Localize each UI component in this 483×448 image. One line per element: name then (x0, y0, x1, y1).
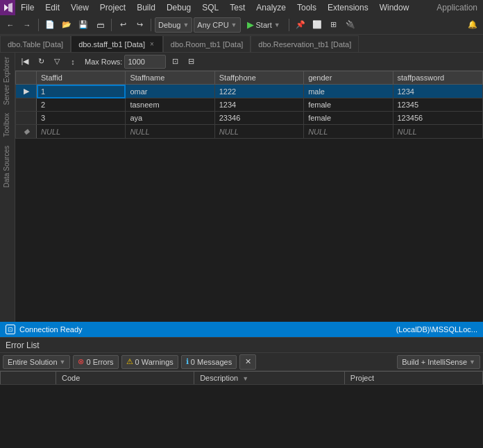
col-project[interactable]: Project (344, 372, 482, 385)
menu-file[interactable]: File (15, 0, 40, 15)
cell-gender-2[interactable]: female (304, 98, 393, 112)
tab-reservation-label: dbo.Reservation_tb1 [Data] (258, 40, 351, 49)
cell-staffid-null[interactable]: NULL (37, 125, 126, 139)
menu-analyze[interactable]: Analyze (251, 0, 291, 15)
errors-count: 0 Errors (86, 358, 113, 366)
start-button[interactable]: ▶ Start ▼ (242, 17, 285, 33)
menu-debug[interactable]: Debug (161, 0, 196, 15)
max-rows-input[interactable] (124, 55, 166, 69)
error-table-wrapper: Code Description ▼ Project (0, 371, 483, 448)
grid-pane-toggle[interactable]: ⊡ (168, 55, 182, 69)
col-staffpassword: staffpassword (393, 71, 483, 85)
build-dropdown[interactable]: Build + IntelliSense ▼ (397, 355, 480, 369)
grid-sort[interactable]: ↕ (66, 55, 80, 69)
redo-btn[interactable]: ↪ (132, 17, 147, 33)
side-server-explorer[interactable]: Server Explorer (0, 53, 15, 109)
play-icon: ▶ (247, 19, 254, 30)
main-area: Server Explorer Toolbox Data Sources |◀ … (0, 53, 483, 322)
notification-btn[interactable]: 🔔 (465, 17, 480, 33)
tab-staff-tb1[interactable]: dbo.staff_tb1 [Data] × (71, 35, 163, 52)
data-table: Staffid Staffname Staffphone gender staf… (15, 71, 483, 139)
table-row[interactable]: ▶ 1 omar 1222 male 1234 (16, 85, 483, 98)
cell-staffphone-2[interactable]: 1234 (214, 98, 303, 112)
menu-bar: File Edit View Project Build Debug SQL T… (0, 0, 483, 15)
cell-staffid-2[interactable]: 2 (37, 98, 126, 112)
cell-staffpassword-3[interactable]: 123456 (393, 112, 483, 125)
cell-gender-null[interactable]: NULL (304, 125, 393, 139)
forward-btn[interactable]: → (19, 17, 35, 33)
side-data-sources[interactable]: Data Sources (0, 141, 15, 192)
menu-project[interactable]: Project (94, 0, 131, 15)
new-file-btn[interactable]: 📄 (42, 17, 58, 33)
errors-badge[interactable]: ⊗ 0 Errors (73, 355, 118, 369)
menu-edit[interactable]: Edit (40, 0, 65, 15)
grid-nav-first[interactable]: |◀ (18, 55, 32, 69)
undo-btn[interactable]: ↩ (115, 17, 130, 33)
cell-staffpassword-1[interactable]: 1234 (393, 85, 483, 98)
grid-filter[interactable]: ▽ (50, 55, 64, 69)
row-indicator-2 (16, 98, 37, 112)
col-sort-indicator (1, 372, 56, 385)
side-panel: Server Explorer Toolbox Data Sources (0, 53, 15, 322)
table-row[interactable]: 2 tasneem 1234 female 12345 (16, 98, 483, 112)
menu-extensions[interactable]: Extensions (322, 0, 374, 15)
cell-staffphone-null[interactable]: NULL (214, 125, 303, 139)
data-table-wrapper: Staffid Staffname Staffphone gender staf… (15, 71, 483, 322)
cell-staffpassword-null[interactable]: NULL (393, 125, 483, 139)
menu-build[interactable]: Build (131, 0, 161, 15)
app-logo (0, 0, 15, 15)
cell-staffname-3[interactable]: aya (126, 112, 214, 125)
cell-gender-1[interactable]: male (304, 85, 393, 98)
menu-app-title: Application (431, 0, 483, 15)
tab-dbo-table[interactable]: dbo.Table [Data] (0, 35, 71, 52)
tab-staff-label: dbo.staff_tb1 [Data] (78, 40, 145, 49)
build-chevron: ▼ (469, 359, 475, 365)
col-staffid: Staffid (37, 71, 126, 85)
cell-staffid-1[interactable]: 1 (37, 85, 126, 98)
cell-staffname-2[interactable]: tasneem (126, 98, 214, 112)
open-btn[interactable]: 📂 (59, 17, 74, 33)
extension-btn[interactable]: 🔌 (343, 17, 358, 33)
error-icon: ⊗ (78, 357, 84, 366)
build-label: Build + IntelliSense (402, 358, 467, 366)
tab-room-tb1[interactable]: dbo.Room_tb1 [Data] (163, 35, 251, 52)
table-row-null[interactable]: ◆ NULL NULL NULL NULL NULL (16, 125, 483, 139)
table-row[interactable]: 3 aya 23346 female 123456 (16, 112, 483, 125)
save-btn[interactable]: 💾 (76, 17, 91, 33)
toolbar-sep-1 (38, 19, 39, 31)
grid-refresh[interactable]: ↻ (34, 55, 48, 69)
menu-sql[interactable]: SQL (196, 0, 224, 15)
warnings-badge[interactable]: ⚠ 0 Warnings (121, 355, 178, 369)
tab-reservation-tb1[interactable]: dbo.Reservation_tb1 [Data] (251, 35, 359, 52)
messages-badge[interactable]: ℹ 0 Messages (181, 355, 237, 369)
back-btn[interactable]: ← (3, 17, 18, 33)
cell-staffname-null[interactable]: NULL (126, 125, 214, 139)
scope-dropdown[interactable]: Entire Solution ▼ (3, 355, 70, 369)
col-staffname: Staffname (126, 71, 214, 85)
menu-window[interactable]: Window (374, 0, 415, 15)
cpu-dropdown[interactable]: Any CPU ▼ (194, 17, 240, 33)
menu-view[interactable]: View (65, 0, 94, 15)
cell-staffphone-1[interactable]: 1222 (214, 85, 303, 98)
cell-staffphone-3[interactable]: 23346 (214, 112, 303, 125)
info-icon: ℹ (186, 357, 189, 366)
screenshot-btn[interactable]: ⬜ (310, 17, 325, 33)
col-description[interactable]: Description ▼ (194, 372, 345, 385)
cell-staffpassword-2[interactable]: 12345 (393, 98, 483, 112)
grid-pane-split[interactable]: ⊟ (184, 55, 198, 69)
debug-config-dropdown[interactable]: Debug ▼ (155, 17, 192, 33)
menu-test[interactable]: Test (224, 0, 251, 15)
tab-staff-close[interactable]: × (149, 40, 155, 49)
pin-btn[interactable]: 📌 (293, 17, 308, 33)
side-toolbox[interactable]: Toolbox (0, 109, 15, 141)
error-list-title: Error List (6, 341, 40, 350)
grid-btn[interactable]: ⊞ (326, 17, 341, 33)
menu-tools[interactable]: Tools (291, 0, 322, 15)
toolbar-sep-2 (111, 19, 112, 31)
col-code[interactable]: Code (56, 372, 194, 385)
intellisense-filter-btn[interactable]: ✕ (239, 354, 256, 370)
cell-gender-3[interactable]: female (304, 112, 393, 125)
save-all-btn[interactable]: 🗃 (92, 17, 108, 33)
cell-staffid-3[interactable]: 3 (37, 112, 126, 125)
cell-staffname-1[interactable]: omar (126, 85, 214, 98)
